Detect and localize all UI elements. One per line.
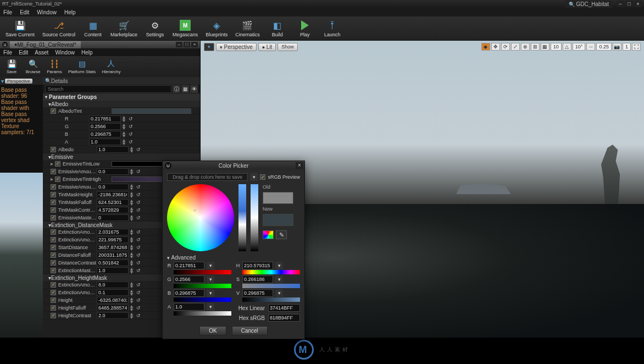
srgb-checkbox[interactable]: ✓ [260,174,265,180]
checkbox[interactable]: ✓ [51,268,56,273]
blueprints-button[interactable]: ◈Blueprints [202,18,231,38]
mini-perspective-button[interactable]: Perspective [5,79,32,84]
color-save-dropdown[interactable]: ▾ [250,173,258,181]
eyedropper-icon[interactable]: ✎ [276,230,287,239]
spinner[interactable]: ▴▾ [129,207,134,213]
spinner[interactable]: ▴▾ [129,229,134,235]
hex-srgb-input[interactable] [268,314,300,322]
menu-window[interactable]: Window [37,9,57,15]
exth-low-input[interactable] [97,282,129,288]
albedo-value-input[interactable] [97,146,129,153]
spinner[interactable]: ▴▾ [121,123,126,130]
checkbox[interactable]: ✓ [51,245,56,250]
spinner[interactable]: ▴▾ [129,297,134,304]
mat-menu-help[interactable]: Help [81,49,93,56]
checkbox[interactable]: ✓ [51,192,56,197]
mat-menu-file[interactable]: File [3,49,12,56]
exth-high-input[interactable] [97,289,129,296]
checkbox[interactable]: ✓ [51,313,56,318]
window-minimize-button[interactable]: – [617,1,624,7]
grid-snap-icon[interactable]: ▦ [541,43,549,51]
reset-icon[interactable]: ↺ [127,116,134,122]
build-button[interactable]: ◧Build [264,18,291,38]
spinner[interactable]: ▴▾ [129,199,134,206]
color-picker-close-button[interactable]: × [296,162,303,169]
mat-menu-edit[interactable]: Edit [19,49,28,56]
checkbox[interactable]: ✓ [51,207,56,213]
cinematics-button[interactable]: 🎬Cinematics [232,18,263,38]
tintmaskfalloff-input[interactable] [97,199,129,206]
ext-falloff-input[interactable] [97,252,129,258]
ext-start-input[interactable] [97,244,129,251]
spinner[interactable]: ▴▾ [121,131,126,137]
albedo-g-input[interactable] [89,123,121,130]
menu-edit[interactable]: Edit [20,9,29,15]
reset-icon[interactable]: ↺ [135,229,142,235]
advanced-header[interactable]: ▾ Advanced [167,255,300,261]
cp-h-input[interactable] [242,262,273,269]
color-drop-area[interactable]: Drag & drop colors here to save [167,173,248,181]
checkbox[interactable]: ✓ [51,184,56,190]
transform-scale-icon[interactable]: ⤢ [511,43,520,51]
angle-snap-icon[interactable]: △ [563,43,571,51]
ext-far-input[interactable] [97,236,129,243]
cancel-button[interactable]: Cancel [232,326,268,335]
spinner[interactable]: ▾ [207,303,214,311]
spinner[interactable]: ▾ [207,262,214,269]
mat-params-button[interactable]: ┇┇Params [44,58,65,75]
cp-g-input[interactable] [174,275,204,283]
subwin-maximize-button[interactable]: □ [184,42,190,47]
viewport-perspective-button[interactable]: ▾ Perspective [216,43,257,51]
reset-icon[interactable]: ↺ [135,290,142,295]
reset-icon[interactable]: ↺ [135,215,142,220]
mat-browse-button[interactable]: 🔍Browse [23,58,43,75]
spinner[interactable]: ▾ [207,289,214,297]
albedo-a-input[interactable] [89,139,121,145]
menu-file[interactable]: File [3,9,12,15]
spinner[interactable]: ▴▾ [129,236,134,243]
dropdown-icon[interactable]: ▾ [1,78,4,84]
mat-platform-stats-button[interactable]: ▤Platform Stats [65,58,98,75]
albedo-header[interactable]: ▾Albedo [43,101,200,107]
settings-button[interactable]: ⚙Settings [142,18,168,38]
checkbox[interactable]: ✓ [55,161,60,167]
hex-linear-input[interactable] [268,304,300,312]
angle-snap-value[interactable]: 10° [573,43,586,51]
spinner[interactable]: ▴▾ [129,168,134,175]
content-button[interactable]: ▦Content [80,18,106,38]
view-options-icon[interactable]: ▦ [181,85,189,93]
spinner[interactable]: ▾ [275,275,283,283]
details-tab[interactable]: 🔍 Details [43,77,200,85]
spinner[interactable]: ▾ [275,289,283,297]
spinner[interactable]: ▴▾ [129,260,134,266]
grid-snap-value[interactable]: 10 [551,43,562,51]
viewport-lit-button[interactable]: ● Lit [258,43,276,51]
cp-v-slider[interactable] [242,297,300,302]
launch-button[interactable]: ⭱Launch [319,18,346,38]
checkbox[interactable]: ✓ [51,147,56,152]
checkbox[interactable]: ✓ [55,177,60,182]
exth-height-input[interactable] [97,297,129,304]
cp-v-input[interactable] [242,289,273,297]
checkbox[interactable]: ✓ [51,215,56,220]
checkbox[interactable]: ✓ [51,200,56,205]
color-picker-titlebar[interactable]: U Color Picker × [163,161,304,170]
checkbox[interactable]: ✓ [51,282,56,288]
checkbox[interactable]: ✓ [51,229,56,235]
scale-snap-icon[interactable]: ↔ [586,43,595,51]
cp-r-slider[interactable] [174,270,231,274]
checkbox[interactable]: ✓ [51,237,56,242]
material-preview-viewport[interactable]: ▾ Perspective Base pass shader: 96 Base … [0,77,43,338]
new-color-swatch[interactable] [263,214,293,226]
spinner[interactable]: ▴▾ [129,214,134,221]
eye-icon[interactable]: 👁 [190,85,198,93]
reset-icon[interactable]: ↺ [135,207,142,213]
exth-falloff-input[interactable] [97,305,129,311]
mat-menu-window[interactable]: Window [55,49,75,56]
tintmaskheight-input[interactable] [97,191,129,198]
spinner[interactable]: ▴▾ [129,312,134,319]
reset-icon[interactable]: ↺ [135,260,142,266]
spinner[interactable]: ▴▾ [129,252,134,258]
reset-icon[interactable]: ↺ [135,192,142,197]
cp-r-input[interactable] [174,262,204,269]
